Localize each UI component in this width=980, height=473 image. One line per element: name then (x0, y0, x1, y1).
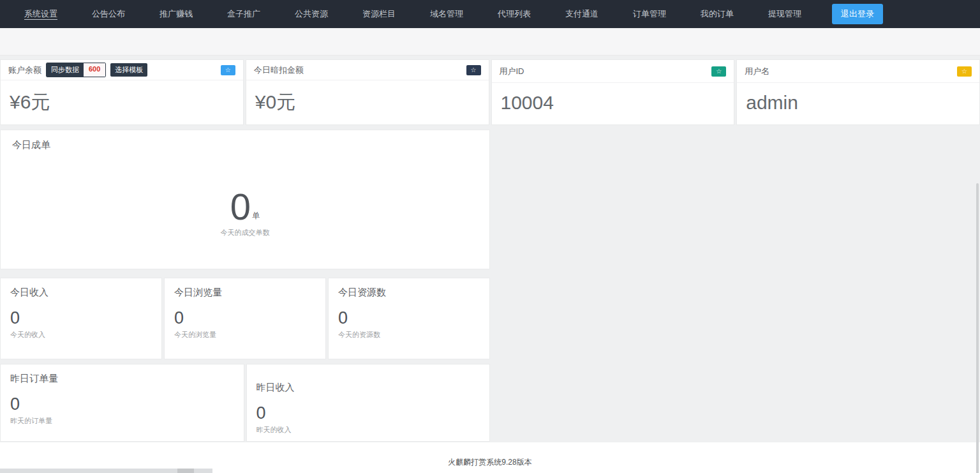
card-value: 0 (256, 404, 480, 423)
nav-item-order-management[interactable]: 订单管理 (624, 6, 675, 22)
horizontal-scrollbar-thumb[interactable] (177, 469, 194, 473)
card-title: 今日浏览量 (174, 287, 316, 299)
card-subtitle: 今天的浏览量 (174, 330, 316, 340)
account-balance-value: ¥6元 (1, 80, 243, 124)
stat-card-today-hidden-amount: 今日暗扣金额 ☆ ¥0元 (246, 59, 489, 125)
card-subtitle: 今天的资源数 (338, 330, 480, 340)
stat-card-header: 今日暗扣金额 ☆ (246, 60, 489, 80)
nav-item-domain-management[interactable]: 域名管理 (421, 6, 472, 22)
yesterday-orders-card: 昨日订单量 0 昨天的订单量 (0, 364, 244, 442)
today-orders-card: 今日成单 0 单 今天的成交单数 (0, 130, 490, 269)
main-content: 账户余额 同步数据 600 选择模板 ☆ ¥6元 今日暗扣金额 ☆ ¥0元 用户… (0, 56, 980, 473)
star-icon[interactable]: ☆ (711, 66, 726, 77)
bottom-card-row: 昨日订单量 0 昨天的订单量 昨日收入 0 昨天的收入 (0, 364, 490, 442)
today-orders-center: 0 单 今天的成交单数 (1, 156, 489, 269)
today-orders-subtitle: 今天的成交单数 (221, 228, 270, 237)
sync-data-label: 同步数据 (47, 63, 84, 77)
card-title: 今日资源数 (338, 287, 480, 299)
nav-item-my-orders[interactable]: 我的订单 (692, 6, 743, 22)
today-orders-unit: 单 (252, 211, 260, 221)
stat-card-title: 账户余额 (8, 64, 41, 76)
yesterday-income-card: 昨日收入 0 昨天的收入 (246, 364, 491, 442)
footer-version-text: 火麒麟打赏系统9.28版本 (0, 457, 980, 468)
card-value: 0 (10, 395, 234, 414)
sync-count-badge: 600 (84, 63, 105, 77)
nav-item-resource-categories[interactable]: 资源栏目 (353, 6, 405, 22)
card-subtitle: 昨天的订单量 (10, 416, 234, 426)
nav-item-announcements[interactable]: 公告公布 (83, 6, 134, 22)
card-title: 今日收入 (10, 287, 152, 299)
notice-bar (0, 28, 980, 56)
star-icon[interactable]: ☆ (221, 65, 235, 75)
top-navbar: 系统设置 公告公布 推广赚钱 盒子推广 公共资源 资源栏目 域名管理 代理列表 … (0, 0, 980, 28)
nav-item-system-settings[interactable]: 系统设置 (15, 6, 66, 22)
user-id-value: 10004 (492, 83, 734, 123)
today-orders-value: 0 (230, 188, 251, 225)
today-income-card: 今日收入 0 今天的收入 (0, 278, 162, 359)
stat-card-header: 用户ID ☆ (492, 60, 734, 83)
card-title: 昨日收入 (256, 382, 480, 394)
today-orders-title: 今日成单 (1, 130, 489, 160)
today-resources-card: 今日资源数 0 今天的资源数 (328, 278, 490, 359)
card-title: 昨日订单量 (10, 373, 234, 385)
horizontal-scrollbar[interactable] (0, 469, 212, 473)
nav-item-payment-channels[interactable]: 支付通道 (556, 6, 607, 22)
stat-card-row: 账户余额 同步数据 600 选择模板 ☆ ¥6元 今日暗扣金额 ☆ ¥0元 用户… (0, 59, 980, 125)
vertical-scrollbar-thumb[interactable] (976, 183, 979, 473)
mid-card-row: 今日收入 0 今天的收入 今日浏览量 0 今天的浏览量 今日资源数 0 今天的资… (0, 278, 490, 359)
stat-card-title: 今日暗扣金额 (254, 64, 304, 76)
card-value: 0 (10, 309, 152, 328)
username-value: admin (737, 83, 979, 123)
card-subtitle: 今天的收入 (10, 330, 152, 340)
logout-button[interactable]: 退出登录 (832, 4, 883, 24)
stat-card-header: 账户余额 同步数据 600 选择模板 ☆ (1, 60, 243, 80)
stat-card-user-id: 用户ID ☆ 10004 (491, 59, 735, 125)
stat-card-title: 用户名 (745, 66, 769, 77)
nav-item-withdrawal-management[interactable]: 提现管理 (759, 6, 810, 22)
nav-item-agent-list[interactable]: 代理列表 (489, 6, 540, 22)
today-views-card: 今日浏览量 0 今天的浏览量 (164, 278, 326, 359)
nav-item-box-promotion[interactable]: 盒子推广 (218, 6, 269, 22)
sync-data-button[interactable]: 同步数据 600 (46, 63, 106, 77)
card-value: 0 (174, 309, 316, 328)
star-icon[interactable]: ☆ (957, 66, 972, 77)
stat-card-title: 用户ID (500, 66, 524, 77)
card-subtitle: 昨天的收入 (256, 425, 480, 435)
stat-card-header: 用户名 ☆ (737, 60, 979, 83)
nav-item-public-resources[interactable]: 公共资源 (286, 6, 337, 22)
stat-card-account-balance: 账户余额 同步数据 600 选择模板 ☆ ¥6元 (0, 59, 244, 125)
choose-template-button[interactable]: 选择模板 (110, 63, 147, 77)
today-hidden-amount-value: ¥0元 (246, 80, 489, 124)
star-icon[interactable]: ☆ (466, 65, 481, 75)
nav-item-promotion-earn[interactable]: 推广赚钱 (151, 6, 202, 22)
card-value: 0 (338, 309, 480, 328)
stat-card-username: 用户名 ☆ admin (736, 59, 980, 125)
